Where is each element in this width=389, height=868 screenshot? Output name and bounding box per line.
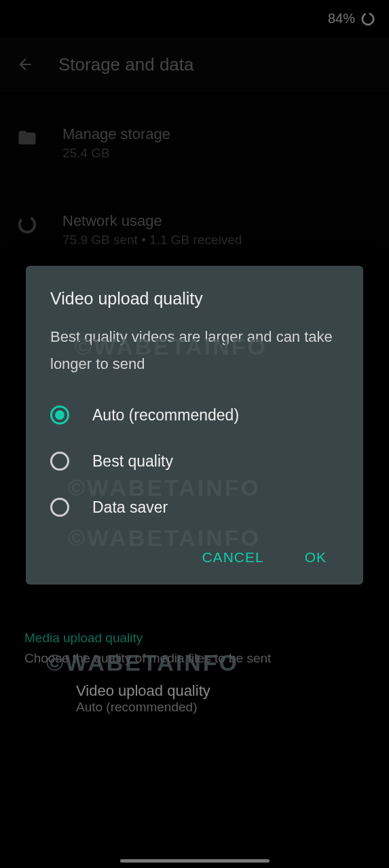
radio-label: Auto (recommended) bbox=[92, 406, 239, 425]
video-quality-dialog: Video upload quality Best quality videos… bbox=[26, 266, 363, 585]
section-sub: Choose the quality of media files to be … bbox=[24, 651, 365, 666]
ok-button[interactable]: OK bbox=[302, 544, 329, 571]
setting-video-upload-quality[interactable]: Video upload quality Auto (recommended) bbox=[24, 666, 365, 715]
radio-icon bbox=[50, 406, 69, 425]
media-quality-section: Media upload quality Choose the quality … bbox=[0, 631, 389, 735]
radio-option-saver[interactable]: Data saver bbox=[50, 498, 339, 517]
dialog-description: Best quality videos are larger and can t… bbox=[50, 323, 339, 377]
radio-label: Data saver bbox=[92, 498, 168, 517]
dialog-title: Video upload quality bbox=[50, 289, 339, 309]
radio-option-auto[interactable]: Auto (recommended) bbox=[50, 406, 339, 425]
nav-handle[interactable] bbox=[120, 859, 270, 863]
dialog-actions: CANCEL OK bbox=[50, 544, 339, 571]
radio-label: Best quality bbox=[92, 452, 173, 471]
cancel-button[interactable]: CANCEL bbox=[199, 544, 266, 571]
radio-icon bbox=[50, 498, 69, 517]
setting-sub: Auto (recommended) bbox=[76, 700, 365, 715]
setting-title: Video upload quality bbox=[76, 682, 365, 700]
radio-icon bbox=[50, 452, 69, 471]
section-heading: Media upload quality bbox=[24, 631, 365, 646]
system-navbar bbox=[0, 853, 389, 868]
radio-option-best[interactable]: Best quality bbox=[50, 452, 339, 471]
